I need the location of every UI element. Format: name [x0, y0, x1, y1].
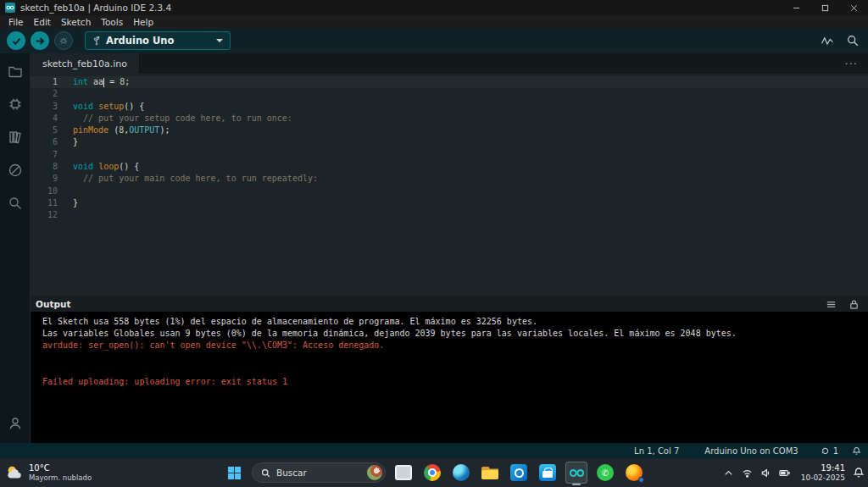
taskbar-clock[interactable]: 19:41 10-02-2025 [801, 463, 845, 483]
menu-item-file[interactable]: File [3, 17, 29, 27]
code-line[interactable]: 6} [31, 136, 868, 148]
code-text: pinMode (8,OUTPUT); [58, 125, 170, 136]
code-line[interactable]: 10 [31, 185, 868, 197]
arduino-logo-icon [5, 3, 15, 13]
output-line: El Sketch usa 558 bytes (1%) del espacio… [42, 316, 861, 328]
serial-plotter-icon[interactable] [821, 34, 834, 47]
output-line: Las variables Globales usan 9 bytes (0%)… [42, 328, 861, 340]
serial-monitor-icon[interactable] [846, 34, 860, 47]
line-number: 3 [31, 101, 58, 113]
code-line[interactable]: 7 [31, 149, 868, 161]
taskbar-app-arduino-active[interactable] [565, 462, 587, 484]
output-line [42, 352, 861, 364]
cursor-position[interactable]: Ln 1, Col 7 [634, 446, 679, 456]
close-button[interactable] [839, 0, 868, 15]
code-text [58, 149, 73, 161]
editor-tab-bar: sketch_feb10a.ino ··· [31, 53, 868, 74]
code-line[interactable]: 3void setup() { [31, 101, 868, 113]
code-line[interactable]: 2 [31, 88, 868, 100]
tab-sketch-feb10a[interactable]: sketch_feb10a.ino [31, 53, 140, 74]
board-selector-label: Arduino Uno [106, 35, 174, 47]
maximize-button[interactable] [810, 0, 839, 15]
code-text [58, 209, 73, 221]
debug-button[interactable] [54, 31, 73, 50]
activity-sidebar [0, 53, 31, 443]
line-number: 9 [31, 173, 58, 185]
ide-status-bar: Ln 1, Col 7 Arduino Uno on COM3 1 [0, 443, 868, 458]
boards-manager-icon[interactable] [8, 97, 23, 112]
code-text: } [58, 136, 78, 148]
tab-more-actions-icon[interactable]: ··· [845, 58, 868, 70]
board-selector-dropdown[interactable]: Arduino Uno [85, 31, 231, 50]
notification-badge [638, 477, 644, 483]
tray-chevron-up-icon[interactable] [723, 468, 734, 479]
verify-button[interactable] [7, 31, 25, 50]
debug-sidebar-icon[interactable] [8, 163, 23, 178]
taskbar-app-chrome[interactable] [421, 462, 443, 484]
upload-button[interactable] [31, 31, 49, 50]
notification-count: 1 [833, 446, 838, 456]
search-icon[interactable] [8, 196, 23, 211]
wifi-icon[interactable] [742, 468, 753, 479]
code-line[interactable]: 12 [31, 209, 868, 221]
taskbar-app-whatsapp[interactable]: ✆ [594, 462, 616, 484]
scroll-lock-icon[interactable] [849, 299, 860, 310]
output-options-icon[interactable] [826, 299, 837, 310]
taskbar-app-outlook[interactable] [508, 462, 530, 484]
output-console: El Sketch usa 558 bytes (1%) del espacio… [31, 312, 868, 443]
code-text: void setup() { [58, 101, 144, 113]
code-line[interactable]: 4 // put your setup code here, to run on… [31, 113, 868, 125]
library-manager-icon[interactable] [8, 130, 23, 145]
taskbar-app-file-explorer[interactable] [479, 462, 501, 484]
windows-taskbar: 10°C Mayorm. nublado Buscar ✆ [0, 458, 868, 487]
notification-bell-icon[interactable] [853, 467, 865, 479]
battery-icon[interactable] [779, 468, 790, 479]
sync-icon[interactable] [821, 446, 830, 456]
code-line[interactable]: 5pinMode (8,OUTPUT); [31, 125, 868, 136]
search-highlight-image[interactable] [367, 465, 382, 480]
menu-item-tools[interactable]: Tools [96, 17, 128, 27]
menu-item-edit[interactable]: Edit [29, 17, 56, 27]
line-number: 2 [31, 88, 58, 100]
account-icon[interactable] [8, 416, 23, 431]
code-text [58, 88, 73, 100]
weather-widget[interactable]: 10°C Mayorm. nublado [5, 463, 92, 482]
code-editor[interactable]: 1int aa = 8;23void setup() {4 // put you… [31, 74, 868, 296]
window-title: sketch_feb10a | Arduino IDE 2.3.4 [20, 3, 171, 13]
line-number: 1 [31, 76, 58, 88]
arduino-ide-window: sketch_feb10a | Arduino IDE 2.3.4 FileEd… [0, 0, 868, 487]
start-button[interactable] [223, 462, 245, 484]
volume-icon[interactable] [760, 468, 771, 479]
chevron-down-icon [216, 39, 223, 42]
output-line: avrdude: ser_open(): can't open device "… [42, 340, 861, 351]
sketchbook-folder-icon[interactable] [8, 64, 23, 79]
weather-condition: Mayorm. nublado [29, 473, 92, 482]
line-number: 7 [31, 149, 58, 161]
menu-item-sketch[interactable]: Sketch [56, 17, 96, 27]
taskbar-app-edge[interactable] [450, 462, 472, 484]
code-line[interactable]: 1int aa = 8; [31, 76, 868, 88]
taskbar-search-box[interactable]: Buscar [252, 462, 386, 483]
taskbar-app-window[interactable] [392, 462, 415, 484]
ide-bell-icon[interactable] [852, 446, 861, 456]
title-bar: sketch_feb10a | Arduino IDE 2.3.4 [0, 0, 868, 15]
line-number: 5 [31, 125, 58, 136]
usb-icon [92, 35, 101, 47]
minimize-button[interactable] [782, 0, 810, 15]
line-number: 8 [31, 161, 58, 173]
output-line: Failed uploading: uploading error: exit … [42, 376, 861, 388]
code-line[interactable]: 8void loop() { [31, 161, 868, 173]
code-text: void loop() { [58, 161, 139, 173]
line-number: 4 [31, 113, 58, 125]
output-panel-title: Output [36, 299, 70, 309]
status-board-port[interactable]: Arduino Uno on COM3 [704, 446, 798, 456]
code-line[interactable]: 9 // put your main code here, to run rep… [31, 173, 868, 185]
toolbar: Arduino Uno [0, 28, 868, 53]
output-panel-header: Output [31, 296, 868, 312]
menu-item-help[interactable]: Help [128, 17, 159, 27]
taskbar-app-firefox[interactable] [623, 462, 645, 484]
code-line[interactable]: 11} [31, 197, 868, 209]
taskbar-app-store[interactable] [537, 462, 559, 484]
code-text: int aa = 8; [58, 76, 130, 88]
search-icon [261, 468, 270, 478]
